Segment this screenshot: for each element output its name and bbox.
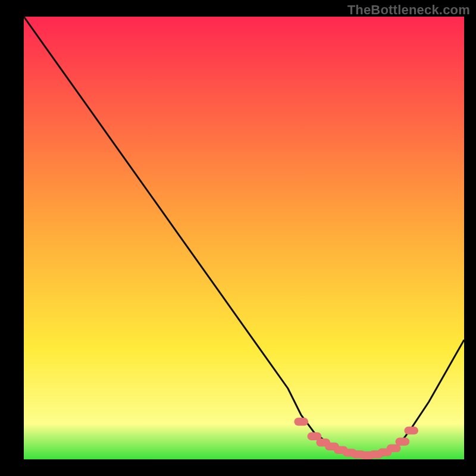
chart-background-gradient (24, 17, 464, 459)
watermark-text: TheBottleneck.com (347, 2, 470, 18)
page-root: TheBottleneck.com (0, 0, 476, 476)
chart-plot-area (24, 17, 464, 459)
svg-rect-0 (24, 17, 464, 459)
